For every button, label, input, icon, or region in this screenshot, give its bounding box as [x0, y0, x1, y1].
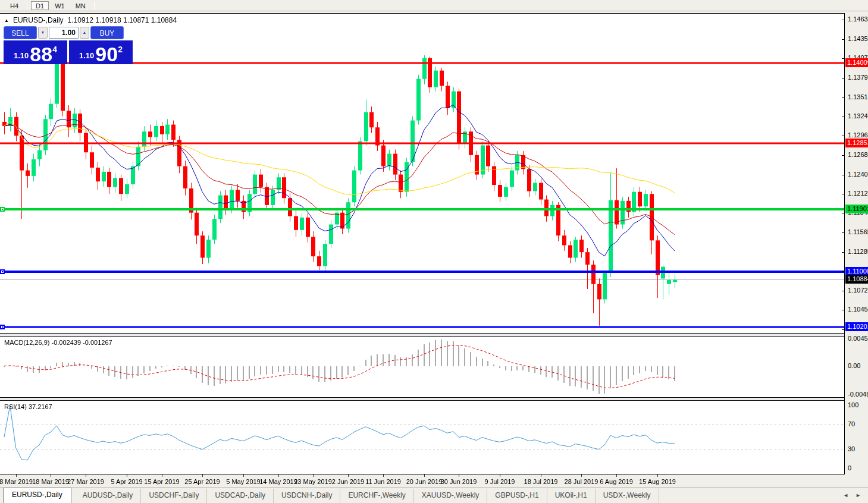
- rsi-axis-tick: 0: [848, 464, 851, 471]
- price-axis-tick: 1.13515: [848, 93, 868, 100]
- tab-scroll-nav: ◄►: [836, 492, 868, 503]
- rsi-indicator-label: RSI(14) 37.2167: [4, 403, 52, 410]
- macd-axis-tick: 0.004517: [848, 335, 868, 342]
- price-axis-tick: 1.14355: [848, 35, 868, 42]
- date-axis-label: 30 Jun 2019: [441, 478, 477, 485]
- date-axis-label: 14 May 2019: [259, 478, 297, 485]
- buy-button[interactable]: BUY: [90, 26, 124, 39]
- symbol-tab-eurusd-daily[interactable]: EURUSD-,Daily: [3, 488, 71, 503]
- date-axis-tick: [348, 474, 349, 477]
- tab-scroll-right-icon[interactable]: ►: [856, 492, 861, 498]
- timeframe-button-h4[interactable]: H4: [5, 1, 23, 10]
- date-axis-label: 11 Jun 2019: [365, 478, 401, 485]
- date-axis-label: 18 Mar 2019: [32, 478, 69, 485]
- date-axis-label: 28 Jul 2019: [565, 478, 598, 485]
- sell-button[interactable]: SELL: [4, 26, 37, 39]
- timeframe-button-mn[interactable]: MN: [71, 1, 90, 10]
- price-line-label: 1.10201: [845, 322, 868, 331]
- date-axis-tick: [313, 474, 314, 477]
- volume-decrease-icon[interactable]: ▼: [38, 27, 48, 39]
- price-chart-canvas[interactable]: [0, 13, 845, 474]
- symbol-tab-bar: EURUSD-,DailyAUDUSD-,DailyUSDCHF-,DailyU…: [0, 488, 868, 503]
- buy-price-main: 90: [95, 45, 118, 63]
- price-line-label: 1.11901: [845, 205, 868, 213]
- price-line-label: 1.12851: [845, 139, 868, 147]
- current-price-label: 1.10884: [845, 275, 868, 284]
- symbol-tab-eurchf-weekly[interactable]: EURCHF-,Weekly: [340, 489, 413, 503]
- price-axis-tick: 1.12960: [848, 131, 868, 139]
- date-axis-label: 18 Jul 2019: [524, 478, 558, 485]
- date-axis-tick: [383, 474, 384, 477]
- price-axis-tick: 1.12120: [848, 190, 868, 197]
- symbol-tab-gbpusd-h1[interactable]: GBPUSD-,H1: [487, 489, 547, 503]
- price-axis-tick: 1.12680: [848, 151, 868, 158]
- buy-price-pip: 2: [118, 45, 123, 54]
- rsi-axis-tick: 30: [848, 445, 855, 452]
- price-axis-tick: 1.13240: [848, 112, 868, 120]
- date-axis-tick: [16, 474, 17, 477]
- date-axis-tick: [459, 474, 459, 477]
- date-axis-tick: [243, 474, 244, 477]
- rsi-axis-tick: 100: [848, 401, 858, 408]
- price-axis-tick: 1.11565: [848, 228, 868, 235]
- chart-header: ▲ EURUSD-,Daily 1.10912 1.10918 1.10871 …: [4, 16, 177, 24]
- date-axis-tick: [162, 474, 162, 477]
- date-axis-label: 25 Apr 2019: [184, 478, 220, 485]
- symbol-tab-usdx-weekly[interactable]: USDX-,Weekly: [596, 489, 659, 503]
- date-axis-tick: [278, 474, 279, 477]
- date-axis-label: 9 Jul 2019: [485, 478, 515, 485]
- symbol-tab-usdcad-daily[interactable]: USDCAD-,Daily: [207, 489, 274, 503]
- price-axis-tick: 1.14635: [848, 15, 868, 23]
- one-click-trade-panel: SELL ▼ ▲ BUY 1.10 88 4 1.10 90 2: [4, 26, 133, 64]
- buy-price-prefix: 1.10: [79, 51, 94, 60]
- price-line-label: 1.14009: [845, 58, 868, 67]
- volume-input[interactable]: [49, 27, 79, 39]
- date-axis-label: 5 May 2019: [226, 478, 260, 485]
- symbol-tab-ukoil-h1[interactable]: UKOil-,H1: [547, 489, 596, 503]
- date-axis-tick: [616, 474, 617, 477]
- sell-price-main: 88: [30, 45, 52, 63]
- chart-plot-area: ▲ EURUSD-,Daily 1.10912 1.10918 1.10871 …: [0, 13, 845, 474]
- date-axis-tick: [657, 474, 658, 477]
- chart-ohlc-values: 1.10912 1.10918 1.10871 1.10884: [68, 16, 177, 24]
- sell-price-prefix: 1.10: [14, 51, 29, 60]
- date-axis-label: 2 Jun 2019: [332, 478, 364, 485]
- toolbar-separator: [94, 2, 95, 10]
- macd-axis-tick: -0.004806: [848, 391, 868, 398]
- date-axis-tick: [51, 474, 51, 477]
- date-axis-tick: [127, 474, 127, 477]
- date-axis-label: 6 Aug 2019: [600, 478, 633, 485]
- buy-price-quote[interactable]: 1.10 90 2: [69, 40, 133, 64]
- price-axis-tick: 1.12400: [848, 171, 868, 178]
- sell-price-quote[interactable]: 1.10 88 4: [4, 40, 67, 64]
- date-axis-label: 23 May 2019: [294, 478, 332, 485]
- date-axis-tick: [424, 474, 425, 477]
- macd-indicator-label: MACD(12,26,9) -0.002439 -0.001267: [4, 339, 112, 346]
- date-axis-label: 8 Mar 2019: [0, 478, 33, 485]
- price-axis-tick: 1.13795: [848, 74, 868, 81]
- date-axis-label: 20 Jun 2019: [406, 478, 443, 485]
- timeframe-toolbar: H4D1W1MN: [0, 0, 868, 11]
- date-axis-label: 27 Mar 2019: [67, 478, 104, 485]
- chart-symbol-title: EURUSD-,Daily: [13, 16, 64, 24]
- price-axis-tick: 1.10450: [848, 306, 868, 313]
- timeframe-button-d1[interactable]: D1: [31, 1, 49, 10]
- timeframe-button-w1[interactable]: W1: [50, 1, 70, 10]
- symbol-tab-usdchf-daily[interactable]: USDCHF-,Daily: [141, 489, 207, 503]
- volume-increase-icon[interactable]: ▲: [80, 27, 89, 39]
- date-axis-label: 15 Aug 2019: [639, 478, 676, 485]
- date-axis-label: 15 Apr 2019: [144, 478, 179, 485]
- macd-axis-tick: 0.00: [848, 362, 860, 369]
- date-axis-tick: [202, 474, 203, 477]
- toolbar-separator: [27, 2, 27, 10]
- date-axis: 8 Mar 201918 Mar 201927 Mar 20195 Apr 20…: [0, 474, 868, 488]
- price-axis-tick: 1.10725: [848, 287, 868, 294]
- symbol-tab-xauusd-weekly[interactable]: XAUUSD-,Weekly: [414, 489, 487, 503]
- date-axis-tick: [581, 474, 582, 477]
- symbol-tab-audusd-daily[interactable]: AUDUSD-,Daily: [75, 489, 142, 503]
- symbol-tab-usdcnh-daily[interactable]: USDCNH-,Daily: [274, 489, 340, 503]
- tab-scroll-left-icon[interactable]: ◄: [843, 492, 848, 498]
- rsi-axis-tick: 70: [848, 420, 855, 427]
- collapse-panel-icon[interactable]: ▲: [4, 18, 9, 23]
- sell-price-pip: 4: [52, 45, 57, 54]
